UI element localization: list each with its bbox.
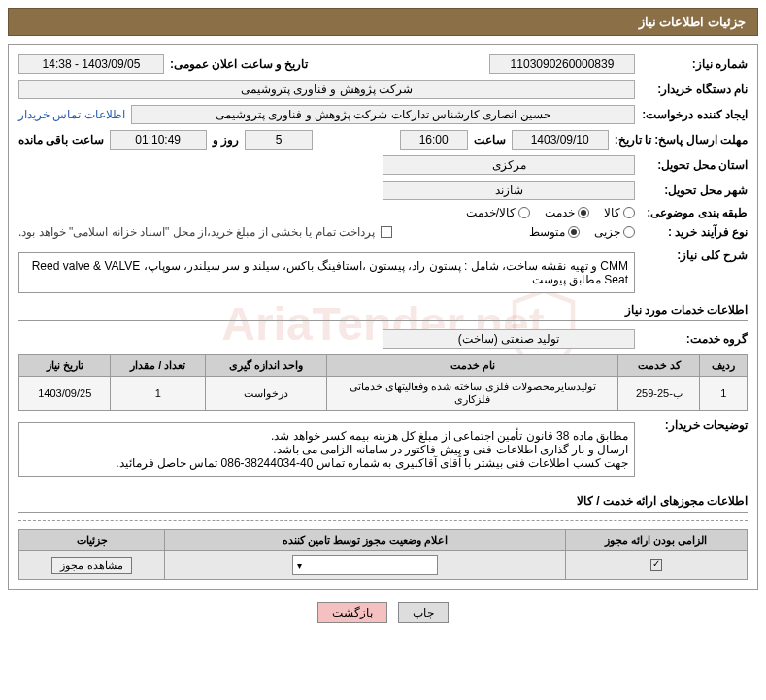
services-table: ردیف کد خدمت نام خدمت واحد اندازه گیری ت… xyxy=(18,354,748,411)
divider xyxy=(18,520,748,521)
license-row: ▾ مشاهده مجوز xyxy=(19,551,748,580)
th-mandatory: الزامی بودن ارائه مجوز xyxy=(565,530,748,551)
city-value: شازند xyxy=(383,181,635,200)
th-row: ردیف xyxy=(700,355,748,377)
requester-value: حسین انصاری کارشناس تدارکات شرکت پژوهش و… xyxy=(131,105,635,124)
license-table: الزامی بودن ارائه مجوز اعلام وضعیت مجوز … xyxy=(18,529,748,580)
th-qty: تعداد / مقدار xyxy=(111,355,206,377)
th-name: نام خدمت xyxy=(327,355,618,377)
overview-label: شرح کلی نیاز: xyxy=(641,249,748,262)
print-button[interactable]: چاپ xyxy=(398,602,449,623)
buyer-contact-link[interactable]: اطلاعات تماس خریدار xyxy=(18,108,125,121)
cell-name: تولیدسایرمحصولات فلزی ساخته شده وفعالیته… xyxy=(327,377,618,411)
buyer-org-value: شرکت پژوهش و فناوری پتروشیمی xyxy=(18,80,635,99)
days-remaining: 5 xyxy=(245,130,313,150)
radio-both-label: کالا/خدمت xyxy=(466,206,516,219)
deadline-label: مهلت ارسال پاسخ: تا تاریخ: xyxy=(615,133,748,147)
cell-row: 1 xyxy=(700,377,748,411)
radio-service-label: خدمت xyxy=(545,206,575,219)
payment-note: پرداخت تمام یا بخشی از مبلغ خرید،از محل … xyxy=(18,225,375,239)
buyer-notes-line3: جهت کسب اطلاعات فنی بیشتر با آقای آقاکبی… xyxy=(25,456,628,470)
province-label: استان محل تحویل: xyxy=(641,158,748,172)
radio-goods-label: کالا xyxy=(604,206,620,219)
view-license-button[interactable]: مشاهده مجوز xyxy=(51,557,131,574)
th-details: جزئیات xyxy=(19,530,165,551)
time-label: ساعت xyxy=(474,133,506,147)
purchase-type-radio-group: جزیی متوسط xyxy=(529,225,635,239)
radio-service[interactable] xyxy=(578,207,589,218)
purchase-type-label: نوع فرآیند خرید : xyxy=(641,225,748,239)
table-row: 1 ب-25-259 تولیدسایرمحصولات فلزی ساخته ش… xyxy=(19,377,748,411)
announce-value: 1403/09/05 - 14:38 xyxy=(18,54,164,74)
buyer-notes-label: توضیحات خریدار: xyxy=(641,418,748,432)
deadline-time: 16:00 xyxy=(400,130,468,150)
cell-unit: درخواست xyxy=(205,377,326,411)
radio-partial-label: جزیی xyxy=(594,225,620,239)
license-section-title: اطلاعات مجوزهای ارائه خدمت / کالا xyxy=(18,494,748,513)
th-status: اعلام وضعیت مجوز توسط تامین کننده xyxy=(165,530,566,551)
th-code: کد خدمت xyxy=(618,355,700,377)
radio-medium[interactable] xyxy=(568,226,580,238)
service-group-value: تولید صنعتی (ساخت) xyxy=(383,329,635,349)
province-value: مرکزی xyxy=(383,155,635,175)
requester-label: ایجاد کننده درخواست: xyxy=(641,108,748,121)
radio-medium-label: متوسط xyxy=(529,225,565,239)
need-number-label: شماره نیاز: xyxy=(641,57,748,71)
buyer-org-label: نام دستگاه خریدار: xyxy=(641,83,748,96)
cell-date: 1403/09/25 xyxy=(19,377,111,411)
th-unit: واحد اندازه گیری xyxy=(205,355,326,377)
need-number-value: 1103090260000839 xyxy=(489,54,635,74)
services-section-title: اطلاعات خدمات مورد نیاز xyxy=(18,303,748,321)
mandatory-checkbox[interactable] xyxy=(650,559,662,571)
radio-partial[interactable] xyxy=(623,226,635,238)
back-button[interactable]: بازگشت xyxy=(317,602,387,623)
service-group-label: گروه خدمت: xyxy=(641,332,748,346)
buyer-notes-line1: مطابق ماده 38 قانون تأمین اجتماعی از مبل… xyxy=(25,429,628,443)
chevron-down-icon: ▾ xyxy=(297,560,302,571)
days-label: روز و xyxy=(213,133,239,147)
countdown-value: 01:10:49 xyxy=(110,130,207,150)
radio-goods[interactable] xyxy=(623,207,635,218)
cell-qty: 1 xyxy=(111,377,206,411)
remaining-label: ساعت باقی مانده xyxy=(18,133,104,147)
status-select[interactable]: ▾ xyxy=(292,555,438,575)
page-header: جزئیات اطلاعات نیاز xyxy=(8,8,758,36)
radio-both[interactable] xyxy=(518,207,530,218)
treasury-checkbox[interactable] xyxy=(381,226,392,238)
buyer-notes-box: مطابق ماده 38 قانون تأمین اجتماعی از مبل… xyxy=(18,422,635,477)
th-date: تاریخ نیاز xyxy=(19,355,111,377)
category-radio-group: کالا خدمت کالا/خدمت xyxy=(466,206,635,219)
page-title: جزئیات اطلاعات نیاز xyxy=(639,15,746,29)
overview-text: CMM و تهیه نقشه ساخت، شامل : پستون راد، … xyxy=(18,252,635,293)
city-label: شهر محل تحویل: xyxy=(641,183,748,197)
buyer-notes-line2: ارسال و بار گذاری اطلاعات فنی و پیش فاکت… xyxy=(25,443,628,456)
category-label: طبقه بندی موضوعی: xyxy=(641,206,748,219)
announce-label: تاریخ و ساعت اعلان عمومی: xyxy=(170,57,308,71)
deadline-date: 1403/09/10 xyxy=(512,130,609,150)
cell-code: ب-25-259 xyxy=(618,377,700,411)
